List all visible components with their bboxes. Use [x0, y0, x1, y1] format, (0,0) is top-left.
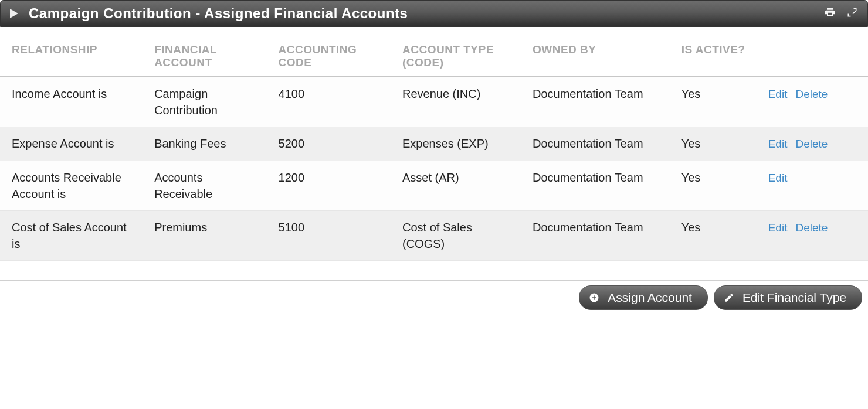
footer-bar: Assign Account Edit Financial Type — [0, 280, 868, 315]
plus-circle-icon — [589, 292, 599, 303]
edit-link[interactable]: Edit — [768, 172, 788, 184]
pencil-icon — [724, 292, 734, 303]
cell-financial_account: Banking Fees — [143, 127, 266, 161]
cell-owned_by: Documentation Team — [521, 127, 670, 161]
col-header-is-active: Is Active? — [670, 33, 757, 77]
cell-owned_by: Documentation Team — [521, 210, 670, 260]
table-wrap: Relationship Financial Account Accountin… — [0, 27, 868, 261]
cell-accounting_code: 5200 — [267, 127, 391, 161]
edit-financial-type-label: Edit Financial Type — [742, 291, 846, 305]
cell-is_active: Yes — [670, 127, 757, 161]
cell-account_type: Expenses (EXP) — [391, 127, 521, 161]
cell-actions: Edit — [757, 161, 868, 210]
col-header-actions — [757, 33, 868, 77]
cell-relationship: Expense Account is — [0, 127, 143, 161]
edit-link[interactable]: Edit — [768, 221, 788, 234]
table-row: Expense Account isBanking Fees5200Expens… — [0, 127, 868, 161]
delete-link[interactable]: Delete — [795, 221, 828, 234]
cell-actions: EditDelete — [757, 127, 868, 161]
cell-account_type: Cost of Sales (COGS) — [391, 210, 521, 260]
edit-financial-type-button[interactable]: Edit Financial Type — [714, 285, 862, 310]
cell-account_type: Revenue (INC) — [391, 77, 521, 127]
expand-icon[interactable] — [846, 6, 858, 21]
col-header-accounting-code: Accounting Code — [267, 33, 391, 77]
cell-is_active: Yes — [670, 210, 757, 260]
cell-owned_by: Documentation Team — [521, 161, 670, 210]
col-header-financial-account: Financial Account — [143, 33, 266, 77]
cell-financial_account: Premiums — [143, 210, 266, 260]
col-header-account-type: Account Type (Code) — [391, 33, 521, 77]
cell-financial_account: Accounts Receivable — [143, 161, 266, 210]
table-row: Cost of Sales Account isPremiums5100Cost… — [0, 210, 868, 260]
cell-relationship: Income Account is — [0, 77, 143, 127]
cell-is_active: Yes — [670, 77, 757, 127]
cell-actions: EditDelete — [757, 77, 868, 127]
cell-relationship: Cost of Sales Account is — [0, 210, 143, 260]
delete-link[interactable]: Delete — [795, 138, 828, 150]
cell-account_type: Asset (AR) — [391, 161, 521, 210]
cell-accounting_code: 4100 — [267, 77, 391, 127]
collapse-icon[interactable] — [10, 9, 18, 18]
panel-header: Campaign Contribution - Assigned Financi… — [0, 0, 868, 27]
panel-title: Campaign Contribution - Assigned Financi… — [29, 5, 813, 22]
cell-actions: EditDelete — [757, 210, 868, 260]
accounts-table: Relationship Financial Account Accountin… — [0, 33, 868, 261]
panel: Campaign Contribution - Assigned Financi… — [0, 0, 868, 315]
edit-link[interactable]: Edit — [768, 138, 788, 150]
table-row: Income Account isCampaign Contribution41… — [0, 77, 868, 127]
cell-accounting_code: 5100 — [267, 210, 391, 260]
assign-account-label: Assign Account — [608, 291, 692, 305]
table-row: Accounts Receivable Account isAccounts R… — [0, 161, 868, 210]
cell-financial_account: Campaign Contribution — [143, 77, 266, 127]
cell-relationship: Accounts Receivable Account is — [0, 161, 143, 210]
edit-link[interactable]: Edit — [768, 88, 788, 100]
col-header-relationship: Relationship — [0, 33, 143, 77]
col-header-owned-by: Owned By — [521, 33, 670, 77]
delete-link[interactable]: Delete — [795, 88, 828, 100]
assign-account-button[interactable]: Assign Account — [579, 285, 708, 310]
cell-owned_by: Documentation Team — [521, 77, 670, 127]
cell-accounting_code: 1200 — [267, 161, 391, 210]
print-icon[interactable] — [824, 6, 836, 21]
cell-is_active: Yes — [670, 161, 757, 210]
